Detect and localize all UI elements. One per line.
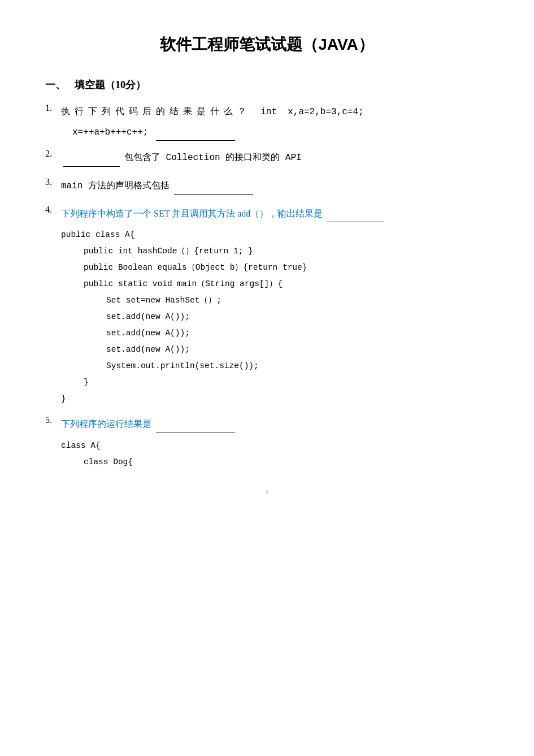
q1-content: 执 行 下 列 代 码 后 的 结 果 是 什 么 ？ int x,a=2,b=… (61, 103, 489, 141)
q4-number: 4. (45, 205, 61, 215)
section1-header: 一、 填空题（10分） (45, 78, 489, 92)
q4-code-line-8: set.add(new A()); (106, 342, 489, 358)
q3-text: main 方法的声明格式包括 (61, 181, 170, 191)
q4-code-line-6: set.add(new A()); (106, 309, 489, 325)
section1-title: 填空题（10分） (75, 78, 146, 92)
q4-text: 下列程序中构造了一个 SET 并且调用其方法 add（），输出结果是 (61, 209, 323, 218)
q3-number: 3. (45, 177, 61, 187)
q4-code-line-1: public class A{ (61, 227, 489, 243)
question-2: 2. 包包含了 Collection 的接口和类的 API (45, 149, 489, 169)
q4-code-line-3: public Boolean equals（Object b）{return t… (84, 260, 489, 276)
q1-number: 1. (45, 103, 61, 113)
q1-text-line: 执 行 下 列 代 码 后 的 结 果 是 什 么 ？ int x,a=2,b=… (61, 103, 489, 120)
q1-text: 执 行 下 列 代 码 后 的 结 果 是 什 么 ？ (61, 106, 248, 116)
q4-blank (327, 205, 384, 222)
q5-text: 下列程序的运行结果是 (61, 419, 151, 429)
q4-code-line-11: } (61, 391, 489, 407)
q4-code-line-2: public int hashCode（）{return 1; } (84, 243, 489, 260)
q3-content: main 方法的声明格式包括 (61, 177, 489, 197)
q4-code-line-10: } (84, 374, 489, 391)
q5-blank (156, 415, 235, 433)
q2-text-line: 包包含了 Collection 的接口和类的 API (61, 149, 489, 166)
page-title: 软件工程师笔试试题（JAVA） (45, 34, 489, 55)
q1-blank (156, 124, 235, 141)
question-3: 3. main 方法的声明格式包括 (45, 177, 489, 197)
q1-subline: x=++a+b+++c++; (72, 124, 489, 141)
q5-content: 下列程序的运行结果是 class A{ class Dog{ (61, 415, 489, 470)
question-4: 4. 下列程序中构造了一个 SET 并且调用其方法 add（），输出结果是 pu… (45, 205, 489, 407)
q5-code-block: class A{ class Dog{ (61, 438, 489, 470)
q4-content: 下列程序中构造了一个 SET 并且调用其方法 add（），输出结果是 publi… (61, 205, 489, 407)
q1-code-inline: int x,a=2,b=3,c=4; (250, 107, 364, 117)
q5-code-line-2: class Dog{ (84, 454, 489, 470)
page-number: 1 (45, 487, 489, 496)
q5-text-line: 下列程序的运行结果是 (61, 415, 489, 433)
q4-code-line-9: System.out.println(set.size()); (106, 358, 489, 374)
section1-label: 一、 (45, 78, 66, 92)
q2-content: 包包含了 Collection 的接口和类的 API (61, 149, 489, 169)
q1-sub-code: x=++a+b+++c++; (72, 127, 148, 137)
q2-number: 2. (45, 149, 61, 159)
q5-code-line-1: class A{ (61, 438, 489, 454)
q4-code-line-7: set.add(new A()); (106, 325, 489, 342)
question-5: 5. 下列程序的运行结果是 class A{ class Dog{ (45, 415, 489, 470)
q3-blank (174, 177, 253, 195)
q2-text: 包包含了 Collection 的接口和类的 API (124, 153, 302, 163)
q4-code-line-5: Set set=new HashSet（）; (106, 292, 489, 309)
q2-blank (63, 149, 120, 166)
q3-text-line: main 方法的声明格式包括 (61, 177, 489, 195)
q4-code-line-4: public static void main（String args[]）{ (84, 276, 489, 292)
q4-text-line: 下列程序中构造了一个 SET 并且调用其方法 add（），输出结果是 (61, 205, 489, 222)
q4-code-block: public class A{ public int hashCode（）{re… (61, 227, 489, 407)
q5-number: 5. (45, 415, 61, 425)
question-1: 1. 执 行 下 列 代 码 后 的 结 果 是 什 么 ？ int x,a=2… (45, 103, 489, 141)
